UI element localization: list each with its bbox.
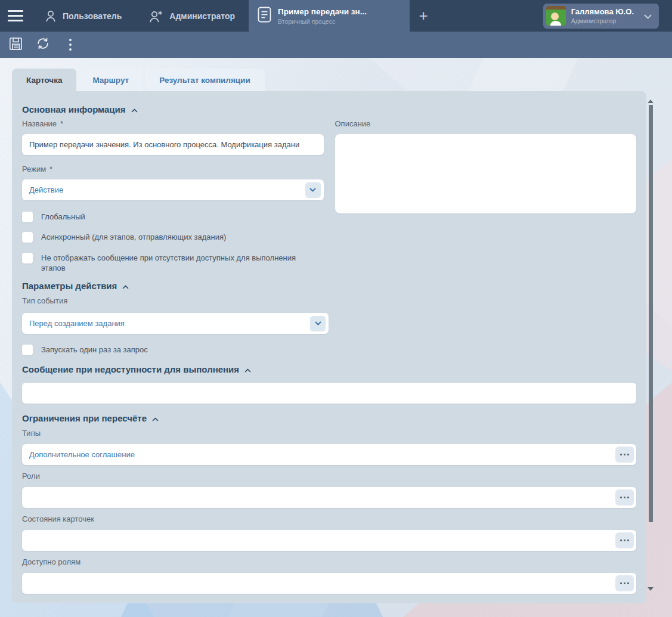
- checkbox-global-box[interactable]: [22, 212, 33, 222]
- section-unavailable-message-title: Сообщение при недоступности для выполнен…: [22, 364, 239, 375]
- card-states-ellipsis-button[interactable]: [615, 532, 634, 548]
- checkbox-run-once-box[interactable]: [22, 345, 33, 355]
- user-icon: [45, 10, 57, 23]
- card-toolbar: [0, 32, 672, 58]
- tab-card[interactable]: Карточка: [12, 69, 76, 91]
- types-label: Типы: [22, 429, 636, 438]
- admin-user-star-icon: [149, 10, 163, 23]
- checkbox-run-once[interactable]: Запускать один раз за запрос: [22, 345, 636, 355]
- checkbox-run-once-label: Запускать один раз за запрос: [41, 345, 148, 355]
- event-type-label: Тип события: [22, 296, 636, 306]
- window-tab-subtitle: Вторичный процесс: [278, 18, 367, 25]
- checkbox-no-message-box[interactable]: [22, 253, 33, 263]
- user-menu[interactable]: Галлямова Ю.О. Администратор: [543, 4, 659, 29]
- description-label: Описание: [335, 119, 637, 129]
- user-name: Галлямова Ю.О.: [571, 7, 634, 16]
- roles-ellipsis-button[interactable]: [615, 489, 634, 506]
- avatar: [546, 6, 566, 26]
- types-field[interactable]: Дополнительное соглашение: [22, 444, 636, 465]
- chevron-up-icon: [131, 104, 138, 115]
- card-form-panel: Основная информация Название* Режим* Дей…: [12, 91, 646, 603]
- checkbox-global-label: Глобальный: [41, 212, 85, 222]
- checkbox-async-box[interactable]: [22, 232, 33, 243]
- kebab-menu-icon: [69, 39, 72, 51]
- section-unavailable-message[interactable]: Сообщение при недоступности для выполнен…: [22, 364, 636, 375]
- refresh-button[interactable]: [31, 33, 55, 56]
- section-action-params[interactable]: Параметры действия: [22, 281, 636, 292]
- checkbox-no-message-label: Не отображать сообщение при отсутствии д…: [41, 253, 321, 273]
- event-type-select-chevron-button[interactable]: [310, 316, 326, 331]
- checkbox-global[interactable]: Глобальный: [22, 212, 324, 222]
- section-main-info-title: Основная информация: [22, 104, 126, 115]
- nav-tab-admin-label: Администратор: [169, 11, 235, 21]
- available-roles-field[interactable]: [22, 573, 636, 594]
- scrollbar-up-arrow[interactable]: [648, 100, 654, 103]
- checkbox-no-message[interactable]: Не отображать сообщение при отсутствии д…: [22, 253, 324, 273]
- top-bar: Пользователь Администратор: [0, 0, 672, 32]
- user-role: Администратор: [571, 17, 634, 24]
- nav-tab-admin[interactable]: Администратор: [135, 0, 249, 32]
- section-recalc-limits-title: Ограничения при пересчёте: [22, 413, 147, 424]
- description-textarea[interactable]: [335, 134, 637, 213]
- chevron-up-icon: [122, 281, 129, 292]
- tab-compile-result[interactable]: Результат компиляции: [145, 69, 265, 91]
- left-column: Название* Режим* Действие Глобальный: [22, 119, 324, 273]
- more-actions-button[interactable]: [58, 33, 82, 56]
- document-icon: [258, 7, 271, 25]
- available-roles-ellipsis-button[interactable]: [615, 575, 634, 591]
- event-type-select[interactable]: Перед созданием задания: [22, 313, 329, 334]
- name-label: Название*: [22, 119, 324, 129]
- card-states-label: Состояния карточек: [22, 514, 636, 524]
- document-tabs: Карточка Маршрут Результат компиляции: [12, 69, 267, 91]
- scrollbar-thumb[interactable]: [649, 105, 653, 522]
- available-roles-label: Доступно ролям: [22, 557, 636, 567]
- roles-field[interactable]: [22, 487, 636, 508]
- mode-select[interactable]: Действие: [22, 179, 324, 200]
- mode-select-chevron-button[interactable]: [305, 182, 321, 198]
- active-window-tab[interactable]: Пример передачи зн... Вторичный процесс: [249, 0, 410, 32]
- unavailable-message-input[interactable]: [22, 383, 636, 404]
- scrollbar-down-arrow[interactable]: [648, 587, 654, 591]
- section-recalc-limits[interactable]: Ограничения при пересчёте: [22, 413, 636, 424]
- nav-tab-user[interactable]: Пользователь: [31, 0, 135, 32]
- tab-route[interactable]: Маршрут: [78, 69, 143, 91]
- card-states-field[interactable]: [22, 530, 636, 551]
- chevron-down-icon: [644, 11, 652, 21]
- checkbox-async-label: Асинхронный (для этапов, отправляющих за…: [41, 232, 226, 242]
- chevron-up-icon: [244, 364, 251, 375]
- nav-tab-user-label: Пользователь: [63, 11, 122, 21]
- mode-label: Режим*: [22, 165, 324, 174]
- name-input[interactable]: [22, 134, 324, 155]
- hamburger-menu-icon[interactable]: [0, 0, 31, 32]
- roles-label: Роли: [22, 472, 636, 481]
- window-tab-title: Пример передачи зн...: [278, 7, 367, 16]
- save-button[interactable]: [4, 33, 27, 56]
- workspace: Карточка Маршрут Результат компиляции Ос…: [0, 58, 672, 617]
- floppy-disk-icon: [9, 37, 23, 53]
- right-column: Описание: [335, 119, 637, 273]
- chevron-up-icon: [152, 413, 159, 424]
- section-action-params-title: Параметры действия: [22, 281, 117, 292]
- checkbox-async[interactable]: Асинхронный (для этапов, отправляющих за…: [22, 232, 324, 243]
- refresh-icon: [36, 36, 50, 53]
- section-main-info[interactable]: Основная информация: [22, 104, 636, 115]
- new-tab-button[interactable]: +: [410, 0, 437, 32]
- types-ellipsis-button[interactable]: [615, 447, 634, 463]
